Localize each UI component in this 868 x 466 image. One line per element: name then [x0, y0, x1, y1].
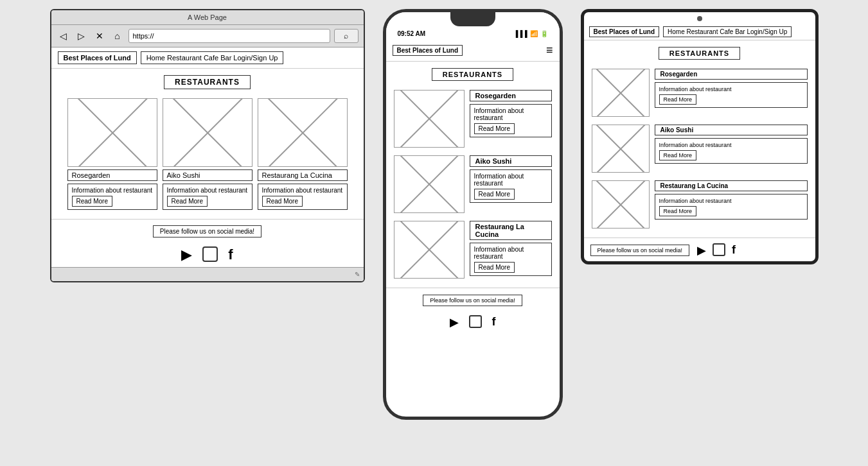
tablet-card-info-0: Rosegarden Information about restaurant … — [655, 69, 808, 108]
phone-card-img-1 — [394, 155, 465, 213]
phone-read-more-1[interactable]: Read More — [474, 189, 515, 200]
tablet-read-more-1[interactable]: Read More — [659, 150, 697, 160]
desktop-card-name-0: Rosegarden — [67, 169, 157, 181]
tablet-read-more-0[interactable]: Read More — [659, 94, 697, 105]
tablet-card-0: Rosegarden Information about restaurant … — [584, 65, 815, 121]
phone-device: 09:52 AM ▐▐▐ 📶 🔋 Best Places of Lund ≡ R… — [376, 9, 569, 420]
phone-brand: Best Places of Lund — [393, 45, 463, 56]
phone-youtube-icon[interactable]: ▶ — [450, 315, 459, 329]
desktop-social-text: Please follow us on social media! — [153, 225, 261, 237]
forward-button[interactable]: ▷ — [75, 29, 89, 43]
desktop-section-title: RESTAURANTS — [51, 75, 364, 89]
phone-card-name-2: Restaurang La Cucina — [470, 221, 552, 240]
desktop-card-name-1: Aiko Sushi — [163, 169, 252, 181]
tablet-nav-links: Home Restaurant Cafe Bar Login/Sign Up — [663, 26, 792, 37]
tablet-read-more-2[interactable]: Read More — [659, 206, 697, 216]
desktop-read-more-1[interactable]: Read More — [167, 196, 208, 207]
browser-bottom-bar: ✎ — [51, 267, 364, 281]
url-bar[interactable] — [128, 29, 330, 43]
phone-notch — [450, 12, 495, 26]
desktop-card-info-1: Information about restaurant Read More — [163, 184, 252, 210]
desktop-read-more-2[interactable]: Read More — [262, 196, 303, 207]
tablet-card-2: Restaurang La Cucina Information about r… — [584, 177, 815, 232]
desktop-nav-links: Home Restaurant Cafe Bar Login/Sign Up — [141, 51, 284, 64]
phone-frame: 09:52 AM ▐▐▐ 📶 🔋 Best Places of Lund ≡ R… — [383, 9, 563, 420]
phone-card-info-0: Rosegarden Information about restaurant … — [470, 90, 552, 137]
home-button[interactable]: ⌂ — [111, 29, 125, 43]
desktop-read-more-0[interactable]: Read More — [72, 196, 112, 207]
phone-card-img-0 — [394, 90, 465, 148]
desktop-card-0: Rosegarden Information about restaurant … — [67, 98, 157, 210]
desktop-card-img-0 — [67, 98, 157, 167]
phone-card-info-1: Aiko Sushi Information about restaurant … — [470, 155, 552, 203]
desktop-card-img-1 — [163, 98, 252, 167]
phone-card-0: Rosegarden Information about restaurant … — [386, 86, 560, 151]
tablet-youtube-icon[interactable]: ▶ — [697, 243, 706, 257]
desktop-brand: Best Places of Lund — [58, 51, 137, 64]
tablet-card-name-2: Restaurang La Cucina — [655, 180, 808, 191]
browser-toolbar: ◁ ▷ ✕ ⌂ ⌕ — [51, 25, 364, 47]
desktop-browser: A Web Page ◁ ▷ ✕ ⌂ ⌕ Best Places of Lund… — [50, 9, 365, 282]
phone-status-icons: ▐▐▐ 📶 🔋 — [513, 30, 547, 37]
desktop-card-info-2: Information about restaurant Read More — [258, 184, 348, 210]
facebook-icon[interactable]: f — [228, 246, 233, 263]
phone-card-name-0: Rosegarden — [470, 90, 552, 101]
tablet-card-name-0: Rosegarden — [655, 69, 808, 80]
tablet-card-img-1 — [592, 125, 650, 173]
tablet-instagram-icon[interactable] — [713, 243, 725, 256]
desktop-content: Best Places of Lund Home Restaurant Cafe… — [51, 47, 364, 267]
tablet-card-info-1: Aiko Sushi Information about restaurant … — [655, 125, 808, 164]
phone-read-more-2[interactable]: Read More — [474, 262, 515, 273]
phone-social-icons: ▶ f — [393, 315, 553, 329]
tablet-card-desc-0: Information about restaurant Read More — [655, 82, 808, 108]
tablet-social-text: Please follow us on social media! — [590, 245, 690, 256]
phone-card-desc-0: Information about restaurant Read More — [470, 104, 552, 137]
tablet-card-info-2: Restaurang La Cucina Information about r… — [655, 180, 808, 220]
tablet-card-desc-1: Information about restaurant Read More — [655, 138, 808, 164]
desktop-cards-row: Rosegarden Information about restaurant … — [51, 94, 364, 214]
phone-card-info-2: Restaurang La Cucina Information about r… — [470, 221, 552, 276]
phone-social-text: Please follow us on social media! — [423, 295, 522, 306]
instagram-icon[interactable] — [202, 246, 218, 262]
phone-facebook-icon[interactable]: f — [492, 315, 496, 329]
tablet-nav: Best Places of Lund Home Restaurant Cafe… — [584, 24, 815, 40]
phone-card-name-1: Aiko Sushi — [470, 155, 552, 167]
tablet-card-1: Aiko Sushi Information about restaurant … — [584, 121, 815, 177]
desktop-card-info-0: Information about restaurant Read More — [67, 184, 157, 210]
desktop-card-2: Restaurang La Cucina Information about r… — [258, 98, 348, 210]
phone-nav: Best Places of Lund ≡ — [386, 40, 560, 62]
phone-card-2: Restaurang La Cucina Information about r… — [386, 217, 560, 282]
tablet-card-desc-2: Information about restaurant Read More — [655, 194, 808, 220]
phone-section-title: RESTAURANTS — [386, 68, 560, 81]
tablet-brand: Best Places of Lund — [589, 26, 660, 37]
desktop-card-1: Aiko Sushi Information about restaurant … — [163, 98, 252, 210]
tablet-social-icons: ▶ f — [697, 243, 736, 257]
phone-card-desc-2: Information about restaurant Read More — [470, 243, 552, 276]
desktop-footer: Please follow us on social media! ▶ f — [51, 219, 364, 267]
browser-title: A Web Page — [51, 10, 364, 25]
search-button[interactable]: ⌕ — [334, 29, 359, 43]
desktop-nav: Best Places of Lund Home Restaurant Cafe… — [51, 47, 364, 69]
phone-time: 09:52 AM — [398, 30, 426, 37]
page-title: A Web Page — [188, 13, 227, 21]
phone-instagram-icon[interactable] — [469, 315, 482, 328]
youtube-icon[interactable]: ▶ — [181, 246, 192, 263]
phone-card-img-2 — [394, 221, 465, 279]
back-button[interactable]: ◁ — [57, 29, 71, 43]
desktop-card-img-2 — [258, 98, 348, 167]
desktop-card-name-2: Restaurang La Cucina — [258, 169, 348, 181]
phone-card-desc-1: Information about restaurant Read More — [470, 169, 552, 203]
close-button[interactable]: ✕ — [93, 29, 107, 43]
tablet-facebook-icon[interactable]: f — [732, 243, 736, 257]
tablet-card-img-2 — [592, 180, 650, 229]
tablet-device: Best Places of Lund Home Restaurant Cafe… — [581, 9, 819, 264]
phone-footer: Please follow us on social media! ▶ f — [386, 288, 560, 333]
tablet-section-title: RESTAURANTS — [584, 47, 815, 60]
tablet-camera — [697, 16, 702, 21]
phone-card-1: Aiko Sushi Information about restaurant … — [386, 151, 560, 217]
tablet-footer: Please follow us on social media! ▶ f — [584, 237, 815, 261]
hamburger-icon[interactable]: ≡ — [546, 44, 553, 57]
desktop-social-icons: ▶ f — [58, 246, 357, 263]
tablet-card-name-1: Aiko Sushi — [655, 125, 808, 135]
phone-read-more-0[interactable]: Read More — [474, 123, 515, 134]
